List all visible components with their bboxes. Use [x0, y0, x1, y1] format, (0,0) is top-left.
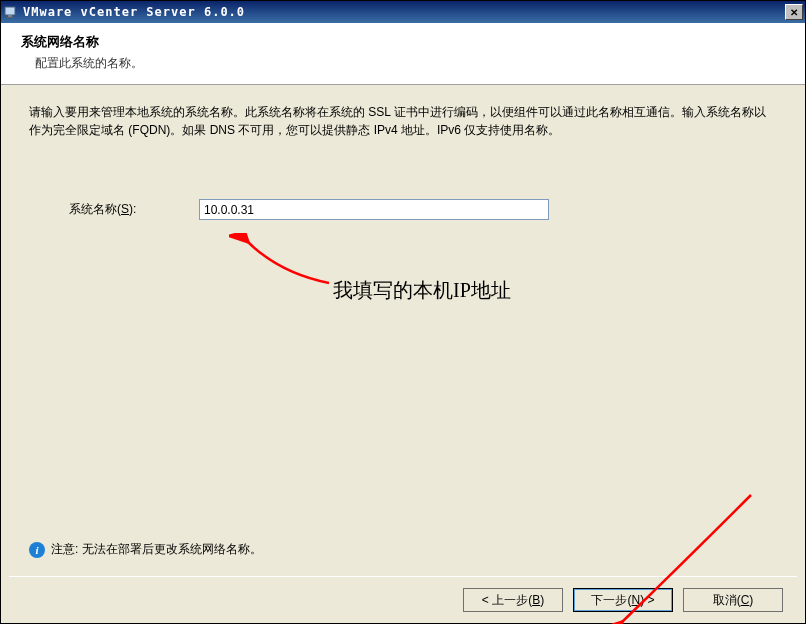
content-area: 请输入要用来管理本地系统的系统名称。此系统名称将在系统的 SSL 证书中进行编码…	[1, 85, 805, 576]
installer-window: VMware vCenter Server 6.0.0 ✕ 系统网络名称 配置此…	[0, 0, 806, 624]
annotation-text: 我填写的本机IP地址	[333, 277, 511, 304]
page-title: 系统网络名称	[21, 33, 785, 51]
window-title: VMware vCenter Server 6.0.0	[23, 5, 785, 19]
annotation-arrow-1	[229, 233, 339, 293]
system-name-row: 系统名称(S):	[69, 199, 777, 220]
system-name-label: 系统名称(S):	[69, 201, 199, 218]
system-name-input[interactable]	[199, 199, 549, 220]
svg-rect-1	[8, 15, 12, 17]
app-icon	[3, 4, 19, 20]
info-icon: i	[29, 542, 45, 558]
note-text: 注意: 无法在部署后更改系统网络名称。	[51, 541, 262, 558]
svg-rect-0	[5, 7, 15, 15]
button-bar: < 上一步(B) 下一步(N) > 取消(C)	[1, 577, 805, 623]
titlebar: VMware vCenter Server 6.0.0 ✕	[1, 1, 805, 23]
cancel-button[interactable]: 取消(C)	[683, 588, 783, 612]
wizard-header: 系统网络名称 配置此系统的名称。	[1, 23, 805, 85]
note-row: i 注意: 无法在部署后更改系统网络名称。	[29, 541, 262, 558]
back-button[interactable]: < 上一步(B)	[463, 588, 563, 612]
description-text: 请输入要用来管理本地系统的系统名称。此系统名称将在系统的 SSL 证书中进行编码…	[29, 103, 777, 139]
close-button[interactable]: ✕	[785, 4, 803, 20]
svg-rect-2	[6, 17, 14, 18]
next-button[interactable]: 下一步(N) >	[573, 588, 673, 612]
page-subtitle: 配置此系统的名称。	[21, 55, 785, 72]
